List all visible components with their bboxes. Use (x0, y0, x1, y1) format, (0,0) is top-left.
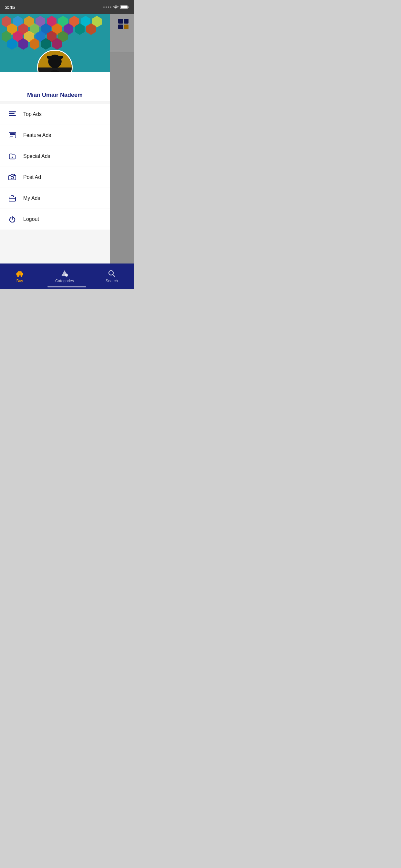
svg-rect-66 (9, 113, 14, 114)
svg-point-64 (58, 56, 63, 59)
top-ads-label: Top Ads (23, 112, 42, 117)
wifi-icon (113, 5, 119, 9)
menu-item-post-ad[interactable]: Post Ad (0, 167, 110, 188)
svg-point-72 (11, 176, 13, 179)
post-ad-label: Post Ad (23, 175, 41, 180)
svg-rect-75 (9, 197, 16, 201)
svg-rect-65 (9, 112, 16, 113)
svg-rect-2 (127, 6, 128, 8)
my-ads-label: My Ads (23, 195, 40, 201)
drawer-header (0, 14, 110, 72)
nav-search-label: Search (105, 279, 118, 283)
nav-buy-icon (16, 270, 24, 277)
home-indicator (48, 286, 86, 287)
list-icon (8, 110, 17, 119)
signal-dots (103, 6, 112, 8)
feature-ads-label: Feature Ads (23, 132, 51, 138)
battery-icon (120, 5, 128, 9)
svg-rect-68 (9, 112, 10, 113)
folder-star-icon (8, 152, 17, 161)
nav-categories-icon (61, 270, 68, 277)
drawer-menu: Top Ads Feature Ads Special Ads (0, 101, 110, 289)
camera-plus-icon (8, 173, 17, 182)
special-ads-label: Special Ads (23, 153, 50, 159)
card-icon (8, 131, 17, 140)
nav-categories-label: Categories (55, 279, 74, 283)
nav-item-buy[interactable]: Buy (16, 270, 24, 283)
svg-line-84 (113, 275, 115, 277)
svg-rect-67 (9, 115, 16, 116)
power-icon (8, 215, 17, 224)
svg-rect-1 (121, 6, 127, 8)
briefcase-icon (8, 194, 17, 203)
navigation-drawer: Mian Umair Nadeem Top Ads (0, 14, 110, 289)
time: 3:45 (5, 4, 15, 10)
nav-item-categories[interactable]: Categories (55, 270, 74, 283)
logout-label: Logout (23, 216, 39, 222)
status-bar: 3:45 (0, 0, 134, 14)
svg-rect-69 (9, 132, 16, 138)
menu-item-logout[interactable]: Logout (0, 209, 110, 230)
svg-rect-80 (19, 273, 21, 275)
menu-item-special-ads[interactable]: Special Ads (0, 146, 110, 167)
svg-point-82 (65, 274, 68, 277)
bottom-navigation: Buy Categories Search (0, 264, 134, 289)
drawer-username: Mian Umair Nadeem (0, 89, 110, 101)
menu-item-feature-ads[interactable]: Feature Ads (0, 125, 110, 146)
svg-rect-71 (10, 136, 13, 136)
status-icons (103, 5, 128, 9)
menu-item-top-ads[interactable]: Top Ads (0, 104, 110, 125)
nav-buy-label: Buy (17, 279, 23, 283)
menu-item-my-ads[interactable]: My Ads (0, 188, 110, 209)
nav-item-search[interactable]: Search (105, 270, 118, 283)
nav-search-icon (108, 270, 116, 277)
svg-rect-70 (10, 133, 15, 135)
